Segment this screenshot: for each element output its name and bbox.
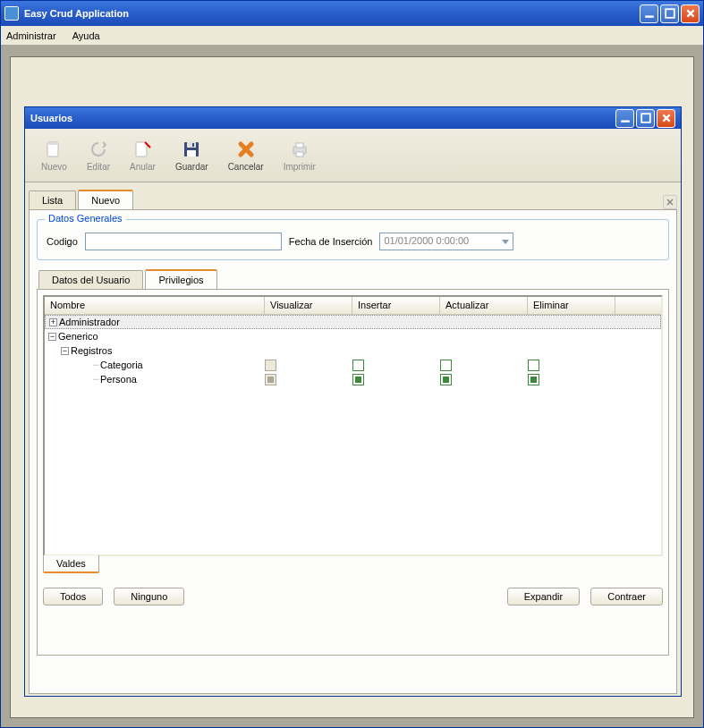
inner-tabs: Datos del Usuario Privilegios — [37, 269, 669, 289]
svg-rect-1 — [666, 9, 674, 18]
anular-label: Anular — [130, 162, 156, 172]
footer-tab-valdes[interactable]: Valdes — [43, 555, 99, 573]
codigo-label: Codigo — [47, 236, 78, 247]
tab-nuevo[interactable]: Nuevo — [78, 190, 133, 209]
datos-generales-fieldset: Datos Generales Codigo Fecha de Inserció… — [37, 219, 669, 260]
row-categoria[interactable]: ┈Categoria — [45, 358, 661, 372]
menubar: Administrar Ayuda — [1, 26, 703, 46]
footer-tabs: Valdes — [43, 555, 663, 573]
dialog-close-button[interactable] — [657, 109, 675, 128]
save-icon — [181, 139, 202, 160]
ninguno-button[interactable]: Ninguno — [114, 588, 184, 605]
dialog-titlebar: Usuarios — [25, 107, 681, 129]
checkbox-eliminar[interactable] — [528, 360, 539, 371]
row-persona[interactable]: ┈Persona — [45, 372, 661, 386]
col-eliminar[interactable]: Eliminar — [528, 297, 615, 314]
editar-button[interactable]: Editar — [81, 135, 115, 175]
maximize-button[interactable] — [660, 4, 679, 23]
nuevo-label: Nuevo — [41, 162, 67, 172]
svg-rect-0 — [645, 15, 654, 17]
expandir-button[interactable]: Expandir — [507, 588, 580, 605]
checkbox-insertar[interactable] — [352, 360, 364, 371]
col-actualizar[interactable]: Actualizar — [440, 297, 528, 314]
svg-rect-12 — [296, 143, 303, 148]
main-window-buttons — [640, 4, 700, 23]
checkbox-visualizar[interactable] — [265, 360, 276, 371]
tab-panel-nuevo: Datos Generales Codigo Fecha de Inserció… — [29, 209, 677, 694]
usuarios-dialog: Usuarios — [24, 106, 682, 697]
checkbox-actualizar[interactable] — [440, 374, 452, 385]
cancel-icon — [235, 139, 257, 160]
svg-rect-13 — [296, 152, 303, 157]
checkbox-actualizar[interactable] — [440, 360, 452, 371]
guardar-button[interactable]: Guardar — [170, 135, 214, 175]
guardar-label: Guardar — [175, 162, 208, 172]
tree-line-icon: ┈ — [93, 374, 98, 385]
expander-icon[interactable]: − — [48, 333, 56, 341]
expander-icon[interactable]: − — [61, 347, 69, 355]
print-icon — [289, 139, 310, 160]
row-label: Generico — [58, 331, 98, 342]
nuevo-button[interactable]: Nuevo — [36, 135, 72, 175]
row-label: Registros — [71, 345, 112, 356]
col-insertar[interactable]: Insertar — [352, 297, 440, 314]
checkbox-insertar[interactable] — [352, 374, 364, 385]
app-title: Easy Crud Application — [24, 8, 640, 19]
main-titlebar: Easy Crud Application — [1, 1, 703, 26]
toolbar: Nuevo Editar Anular — [25, 129, 681, 182]
contraer-button[interactable]: Contraer — [590, 588, 663, 605]
imprimir-button[interactable]: Imprimir — [278, 135, 321, 175]
close-button[interactable] — [681, 4, 700, 23]
todos-button[interactable]: Todos — [43, 588, 103, 605]
col-nombre[interactable]: Nombre — [45, 297, 265, 314]
tab-datos-usuario[interactable]: Datos del Usuario — [38, 270, 143, 289]
minimize-button[interactable] — [640, 4, 658, 23]
row-label: Administrador — [59, 317, 120, 327]
fecha-input[interactable]: 01/01/2000 0:00:00 — [379, 233, 513, 250]
svg-rect-5 — [47, 142, 58, 145]
datos-generales-legend: Datos Generales — [45, 213, 126, 224]
svg-rect-6 — [136, 142, 147, 157]
main-tabs: Lista Nuevo — [25, 186, 681, 209]
row-registros[interactable]: −Registros — [45, 343, 661, 358]
cancelar-button[interactable]: Cancelar — [223, 135, 269, 175]
checkbox-eliminar[interactable] — [528, 374, 539, 385]
svg-rect-10 — [192, 143, 194, 147]
mdi-area: Usuarios — [1, 46, 703, 727]
cancelar-label: Cancelar — [228, 162, 264, 172]
svg-rect-2 — [621, 120, 630, 122]
checkbox-visualizar[interactable] — [265, 374, 276, 385]
privilegios-panel: Nombre Visualizar Insertar Actualizar El… — [37, 289, 669, 656]
row-generico[interactable]: −Generico — [45, 329, 661, 343]
dialog-maximize-button[interactable] — [636, 109, 655, 128]
general-row: Codigo Fecha de Inserción 01/01/2000 0:0… — [47, 233, 659, 250]
spacer — [195, 588, 496, 605]
menu-ayuda[interactable]: Ayuda — [72, 30, 100, 41]
fecha-label: Fecha de Inserción — [289, 236, 373, 247]
tree-line-icon: ┈ — [93, 360, 98, 371]
main-window: Easy Crud Application Administrar Ayuda … — [0, 0, 704, 728]
row-label: Persona — [100, 374, 137, 385]
svg-rect-9 — [187, 150, 196, 157]
col-visualizar[interactable]: Visualizar — [265, 297, 352, 314]
svg-rect-3 — [641, 114, 650, 123]
expander-icon[interactable]: + — [49, 318, 57, 326]
tab-privilegios[interactable]: Privilegios — [145, 269, 216, 289]
svg-rect-8 — [187, 142, 196, 148]
grid-body: +Administrador −Generico −Registros — [45, 315, 661, 386]
anular-button[interactable]: Anular — [124, 135, 161, 175]
grid-header: Nombre Visualizar Insertar Actualizar El… — [45, 297, 661, 315]
codigo-input[interactable] — [85, 233, 282, 250]
privileges-grid: Nombre Visualizar Insertar Actualizar El… — [43, 295, 663, 556]
tab-close-button[interactable] — [663, 195, 677, 209]
tab-lista[interactable]: Lista — [29, 190, 76, 209]
refresh-icon — [88, 139, 109, 160]
menu-administrar[interactable]: Administrar — [6, 30, 56, 41]
dialog-window-buttons — [615, 109, 675, 128]
button-row: Todos Ninguno Expandir Contraer — [43, 588, 663, 605]
dialog-minimize-button[interactable] — [615, 109, 634, 128]
row-label: Categoria — [100, 360, 143, 370]
dialog-title: Usuarios — [30, 113, 615, 123]
row-administrador[interactable]: +Administrador — [45, 315, 661, 329]
workspace: Usuarios — [10, 56, 694, 718]
